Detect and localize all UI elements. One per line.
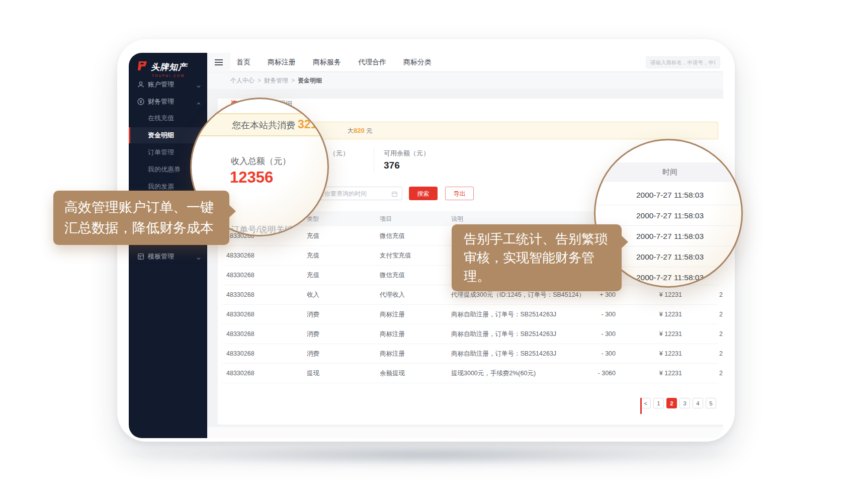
- search-button[interactable]: 搜索: [409, 187, 438, 200]
- brand-logo[interactable]: 头牌知产 TOUPAI.COM: [136, 61, 201, 77]
- sidebar: 头牌知产 TOUPAI.COM 账户管理 财务管理: [129, 53, 207, 438]
- pagination: <12345: [640, 398, 716, 408]
- page-button[interactable]: 3: [679, 398, 690, 408]
- search-input[interactable]: [646, 56, 720, 68]
- chevron-down-icon: [196, 254, 201, 259]
- nav-link[interactable]: 商标注册: [268, 58, 296, 67]
- tooltip-line: 审核，实现智能财务管: [464, 248, 610, 267]
- table-row: 48330268 消费 商标注册 商标自助注册，订单号：SB2514263J -…: [222, 305, 718, 324]
- balance-value: 376: [384, 160, 400, 171]
- page: 头牌知产 TOUPAI.COM 账户管理 财务管理: [0, 0, 853, 504]
- export-button[interactable]: 导出: [445, 187, 474, 200]
- finance-icon: [137, 98, 145, 106]
- sidebar-item-account[interactable]: 账户管理: [129, 76, 207, 93]
- stats-divider: [374, 148, 374, 172]
- sidebar-item-finance[interactable]: 财务管理: [129, 94, 207, 110]
- menu-icon[interactable]: [207, 53, 230, 72]
- brand-flag-icon: [136, 61, 148, 73]
- user-icon: [137, 80, 145, 89]
- tooltip-line: 汇总数据，降低财务成本: [64, 218, 218, 238]
- brand-title: 头牌知产: [151, 61, 187, 73]
- page-button[interactable]: 5: [706, 398, 716, 408]
- table-row: 48330268 提现 余额提现 提现3000元，手续费2%(60元) - 30…: [222, 364, 718, 383]
- caret-down-icon: [381, 211, 385, 215]
- magnified-time-cell: 2000-7-27 11:58:03: [595, 185, 743, 205]
- page-button[interactable]: <: [640, 398, 651, 408]
- nav-link[interactable]: 商标分类: [403, 58, 432, 67]
- page-button[interactable]: 4: [693, 398, 703, 408]
- footer-strip: [207, 427, 723, 438]
- magnified-time-header: 时间: [595, 162, 743, 182]
- income-value: 12356: [230, 169, 273, 187]
- breadcrumb-current: 资金明细: [298, 77, 322, 84]
- sidebar-item-template[interactable]: 模板管理: [129, 248, 207, 265]
- page-button[interactable]: 2: [666, 398, 677, 408]
- chevron-down-icon: [196, 82, 201, 87]
- laptop-base-shadow: [32, 445, 821, 472]
- magnified-time-cell: 2000-7-27 11:58:03: [595, 205, 743, 226]
- tooltip-line: 理。: [464, 267, 610, 286]
- balance-label: 可用余额（元）: [384, 149, 430, 158]
- nav-link[interactable]: 代理合作: [358, 58, 386, 67]
- expense-label-partial: （元）: [329, 149, 349, 158]
- nav-link[interactable]: 商标服务: [313, 58, 341, 67]
- sidebar-subitem[interactable]: 在线充值: [129, 110, 207, 126]
- tooltip-line: 高效管理账户订单、一键: [64, 197, 218, 218]
- tooltip-right: 告别手工统计、告别繁琐审核，实现智能财务管理。: [452, 224, 622, 291]
- banner-amount: 820: [354, 127, 365, 134]
- top-nav: 首页商标注册商标服务代理合作商标分类: [236, 53, 432, 72]
- banner-mid: 大: [348, 127, 354, 134]
- tooltip-left: 高效管理账户订单、一键汇总数据，降低财务成本: [53, 191, 229, 245]
- breadcrumb: 个人中心>财务管理>资金明细: [207, 72, 723, 89]
- calendar-icon[interactable]: [391, 190, 398, 197]
- banner-suffix: 元: [365, 127, 372, 134]
- chevron-up-icon: [196, 99, 201, 104]
- tooltip-line: 告别手工统计、告别繁琐: [464, 230, 610, 248]
- nav-link[interactable]: 首页: [236, 58, 250, 67]
- template-icon: [137, 253, 145, 261]
- table-row: 48330268 消费 商标注册 商标自助注册，订单号：SB2514263J -…: [222, 324, 718, 344]
- page-button[interactable]: 1: [653, 398, 664, 408]
- topbar: 首页商标注册商标服务代理合作商标分类: [207, 53, 723, 72]
- table-row: 48330268 消费 商标注册 商标自助注册，订单号：SB2514263J -…: [222, 344, 718, 364]
- income-label: 收入总额（元）: [231, 155, 291, 167]
